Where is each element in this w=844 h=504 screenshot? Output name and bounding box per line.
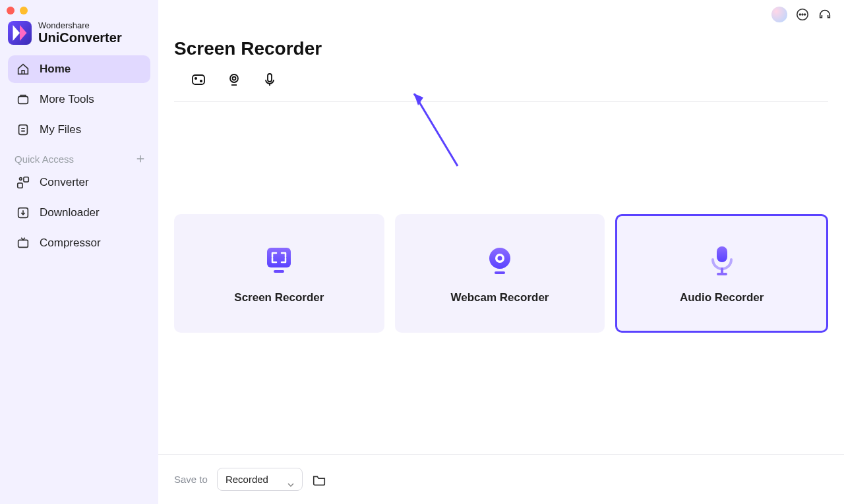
- support-headset-icon[interactable]: [818, 7, 832, 22]
- primary-nav: Home More Tools My Files: [0, 55, 158, 144]
- page-title: Screen Recorder: [158, 0, 844, 71]
- save-location-dropdown[interactable]: Recorded: [217, 468, 303, 491]
- svg-point-14: [230, 74, 238, 82]
- brand-top-text: Wondershare: [38, 21, 122, 30]
- svg-rect-1: [19, 125, 28, 135]
- brand: Wondershare UniConverter: [0, 20, 158, 55]
- webcam-tab[interactable]: [226, 71, 243, 88]
- bottom-bar: Save to Recorded: [158, 454, 844, 504]
- svg-point-13: [200, 80, 202, 82]
- quick-access-label: Quick Access: [15, 154, 74, 165]
- nav-item-home[interactable]: Home: [8, 55, 150, 83]
- svg-point-8: [799, 14, 800, 15]
- close-dot-icon[interactable]: [7, 7, 15, 14]
- nav-item-more-tools[interactable]: More Tools: [8, 86, 150, 113]
- quick-access-header: Quick Access: [0, 144, 158, 169]
- svg-point-9: [802, 14, 803, 15]
- quick-item-compressor[interactable]: Compressor: [8, 229, 150, 257]
- add-quick-access-button[interactable]: [135, 153, 146, 165]
- svg-rect-24: [495, 271, 505, 274]
- folder-icon: [312, 472, 326, 487]
- chevron-down-icon: [287, 478, 294, 482]
- svg-rect-25: [717, 246, 727, 262]
- card-screen-recorder[interactable]: Screen Recorder: [174, 214, 384, 333]
- nav-label: Converter: [40, 176, 89, 189]
- screen-recorder-card-icon: [260, 242, 297, 279]
- svg-rect-19: [267, 248, 291, 267]
- top-right-actions: [771, 7, 832, 22]
- recorder-mode-tabs: [174, 71, 828, 102]
- svg-rect-3: [24, 177, 28, 182]
- svg-rect-2: [18, 183, 22, 188]
- mic-icon: [262, 72, 278, 88]
- svg-rect-16: [268, 74, 272, 82]
- nav-label: Home: [40, 63, 71, 76]
- webcam-recorder-card-icon: [481, 242, 518, 279]
- quick-item-converter[interactable]: Converter: [8, 169, 150, 196]
- card-label: Audio Recorder: [680, 291, 764, 304]
- brand-logo-icon: [8, 21, 32, 45]
- svg-rect-11: [193, 75, 204, 84]
- svg-point-23: [498, 256, 502, 261]
- svg-rect-6: [18, 240, 28, 248]
- nav-label: More Tools: [40, 93, 94, 106]
- card-webcam-recorder[interactable]: Webcam Recorder: [395, 214, 605, 333]
- svg-point-10: [804, 14, 806, 15]
- quick-access-nav: Converter Downloader Compressor: [0, 169, 158, 257]
- recorder-cards: Screen Recorder Webcam Recorder: [158, 102, 844, 333]
- compressor-icon: [16, 236, 30, 250]
- dropdown-value: Recorded: [226, 474, 268, 485]
- converter-icon: [16, 175, 30, 190]
- svg-point-4: [20, 178, 22, 181]
- card-audio-recorder[interactable]: Audio Recorder: [615, 214, 828, 333]
- nav-label: Downloader: [40, 206, 100, 219]
- feedback-icon[interactable]: [795, 7, 810, 22]
- svg-rect-0: [18, 97, 28, 104]
- nav-label: My Files: [40, 123, 81, 136]
- files-icon: [16, 123, 30, 137]
- quick-item-downloader[interactable]: Downloader: [8, 199, 150, 227]
- nav-item-my-files[interactable]: My Files: [8, 116, 150, 144]
- svg-rect-20: [274, 270, 284, 273]
- screen-rect-icon: [191, 72, 206, 88]
- audio-recorder-card-icon: [704, 242, 740, 279]
- window-controls: [0, 4, 158, 20]
- brand-bottom-text: UniConverter: [38, 30, 122, 45]
- avatar[interactable]: [771, 7, 787, 22]
- downloader-icon: [16, 206, 30, 220]
- tools-icon: [16, 92, 30, 107]
- svg-point-12: [195, 78, 196, 79]
- card-label: Webcam Recorder: [451, 291, 549, 304]
- main-content: Screen Recorder Screen Re: [158, 0, 844, 504]
- webcam-icon: [226, 72, 242, 88]
- home-icon: [16, 62, 30, 76]
- screen-tab[interactable]: [190, 71, 207, 88]
- open-folder-button[interactable]: [312, 472, 326, 487]
- nav-label: Compressor: [40, 237, 101, 250]
- audio-tab[interactable]: [261, 71, 278, 88]
- card-label: Screen Recorder: [234, 291, 324, 304]
- minimize-dot-icon[interactable]: [20, 7, 28, 14]
- svg-point-15: [233, 77, 236, 80]
- save-to-label: Save to: [174, 474, 208, 485]
- sidebar: Wondershare UniConverter Home More Tools…: [0, 0, 158, 504]
